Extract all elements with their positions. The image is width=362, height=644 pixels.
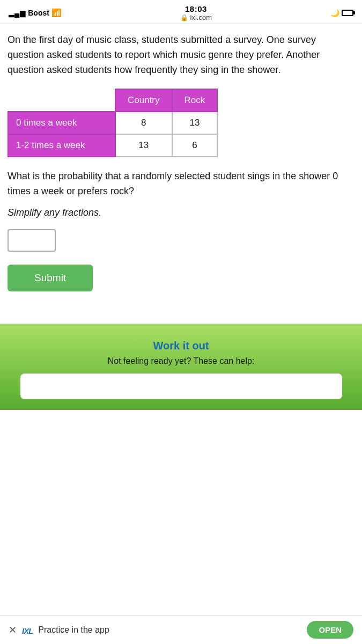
resource-bar [20, 374, 342, 399]
table-container: Country Rock 0 times a week 8 13 1-2 tim… [8, 89, 354, 157]
signal-icon: ▂▄▆ [9, 9, 26, 17]
lock-icon: 🔒 [180, 14, 188, 21]
carrier-name: Boost [28, 9, 49, 17]
table-header-country: Country [115, 89, 172, 112]
table-row-1: 1-2 times a week 13 6 [8, 134, 217, 157]
table-header-rock: Rock [172, 89, 218, 112]
work-it-out-subtitle: Not feeling ready yet? These can help: [11, 356, 351, 366]
bottom-banner: ✕ IXL Practice in the app OPEN [0, 615, 362, 644]
submit-button[interactable]: Submit [8, 265, 93, 291]
status-center-wrapper: 18:03 🔒 ixl.com [180, 4, 212, 21]
banner-practice-text: Practice in the app [38, 625, 109, 635]
data-table: Country Rock 0 times a week 8 13 1-2 tim… [8, 89, 218, 157]
status-bar: ▂▄▆ Boost 📶 18:03 🔒 ixl.com 🌙 [0, 0, 362, 24]
answer-input[interactable] [8, 229, 56, 252]
url-display: 🔒 ixl.com [180, 13, 212, 21]
work-it-out-section: Work it out Not feeling ready yet? These… [0, 324, 362, 410]
work-it-out-title: Work it out [11, 340, 351, 352]
ixl-logo: IXL [22, 623, 33, 637]
table-header-empty [8, 89, 115, 112]
time-display: 18:03 [185, 4, 207, 13]
simplify-text: Simplify any fractions. [8, 207, 354, 218]
cell-0-rock: 13 [172, 112, 218, 134]
open-app-button[interactable]: OPEN [307, 621, 353, 639]
cell-0-country: 8 [115, 112, 172, 134]
wifi-icon: 📶 [51, 8, 62, 18]
row-label-1: 1-2 times a week [8, 134, 115, 157]
table-header-row: Country Rock [8, 89, 217, 112]
banner-left: ✕ IXL Practice in the app [9, 623, 109, 637]
main-content: On the first day of music class, student… [0, 24, 362, 324]
question2-text: What is the probability that a randomly … [8, 169, 354, 199]
moon-icon: 🌙 [330, 9, 339, 17]
close-icon[interactable]: ✕ [9, 624, 17, 636]
ixl-logo-text: IXL [22, 626, 33, 635]
cell-1-rock: 6 [172, 134, 218, 157]
battery-icon [342, 10, 353, 16]
intro-text: On the first day of music class, student… [8, 33, 354, 78]
status-right: 🌙 [330, 9, 353, 17]
status-left: ▂▄▆ Boost 📶 [9, 8, 62, 18]
cell-1-country: 13 [115, 134, 172, 157]
table-row-0: 0 times a week 8 13 [8, 112, 217, 134]
row-label-0: 0 times a week [8, 112, 115, 134]
